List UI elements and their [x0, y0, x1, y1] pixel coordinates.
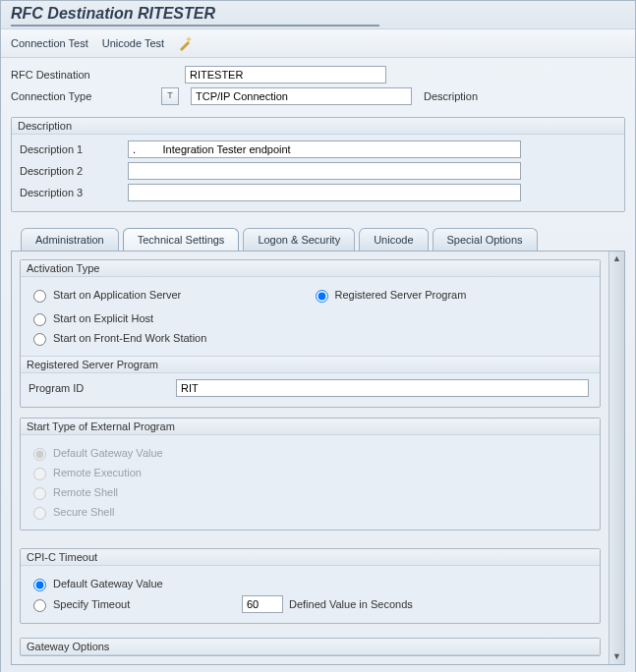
activation-type-group: Activation Type Start on Application Ser… — [20, 259, 601, 408]
radio-st-remote-exec — [33, 468, 46, 480]
title-block: RFC Destination RITESTER — [1, 1, 635, 29]
tab-logon-security[interactable]: Logon & Security — [243, 228, 355, 251]
header-fields: RFC Destination Connection Type T Descri… — [1, 58, 635, 113]
description3-label: Description 3 — [20, 187, 128, 198]
radio-start-explicit-host[interactable] — [33, 313, 46, 326]
description2-field[interactable] — [128, 162, 521, 180]
rfc-destination-field[interactable] — [185, 66, 386, 84]
timeout-value-field[interactable] — [242, 595, 283, 613]
connection-type-field[interactable] — [191, 87, 412, 105]
radio-start-frontend[interactable] — [33, 333, 46, 346]
radio-ct-default-gateway[interactable] — [33, 579, 46, 591]
wizard-icon[interactable] — [178, 35, 194, 51]
page-title: RFC Destination RITESTER — [11, 5, 625, 23]
radio-start-app-server[interactable] — [33, 290, 46, 303]
radio-start-frontend-label: Start on Front-End Work Station — [53, 332, 206, 344]
scroll-down-icon[interactable]: ▼ — [611, 651, 622, 662]
connection-type-f4-button[interactable]: T — [161, 87, 179, 105]
radio-st-remote-shell-label: Remote Shell — [53, 486, 118, 498]
description2-label: Description 2 — [20, 165, 128, 177]
start-type-group: Start Type of External Program Default G… — [20, 418, 601, 531]
description1-label: Description 1 — [20, 143, 128, 155]
radio-ct-specify-label: Specify Timeout — [53, 598, 240, 610]
tab-special-options[interactable]: Special Options — [433, 228, 538, 251]
description1-field[interactable] — [128, 140, 521, 158]
tab-technical-settings[interactable]: Technical Settings — [123, 228, 240, 251]
technical-settings-panel: Activation Type Start on Application Ser… — [12, 252, 608, 664]
tab-unicode[interactable]: Unicode — [359, 228, 428, 251]
cpic-timeout-group: CPI-C Timeout Default Gateway Value Spec… — [20, 548, 601, 624]
scroll-up-icon[interactable]: ▲ — [611, 253, 622, 264]
radio-registered-server-label: Registered Server Program — [335, 289, 467, 301]
rfc-destination-label: RFC Destination — [11, 69, 144, 81]
description-side-label: Description — [424, 90, 478, 102]
vertical-scrollbar[interactable]: ▲ ▼ — [608, 252, 624, 664]
radio-st-default-gateway-label: Default Gateway Value — [53, 447, 163, 459]
radio-registered-server[interactable] — [316, 290, 328, 303]
activation-type-legend: Activation Type — [21, 260, 600, 277]
radio-st-remote-shell — [33, 487, 46, 500]
toolbar: Connection Test Unicode Test — [1, 29, 635, 58]
title-underline — [11, 25, 379, 27]
radio-st-secure-shell — [33, 507, 46, 520]
cpic-timeout-legend: CPI-C Timeout — [21, 549, 600, 566]
radio-st-secure-shell-label: Secure Shell — [53, 506, 114, 518]
program-id-field[interactable] — [176, 379, 589, 397]
gateway-options-group: Gateway Options — [20, 638, 601, 656]
program-id-label: Program ID — [29, 382, 176, 394]
defined-value-label: Defined Value in Seconds — [289, 598, 413, 610]
radio-start-app-server-label: Start on Application Server — [53, 289, 181, 301]
connection-type-label: Connection Type — [11, 90, 144, 102]
gateway-options-legend: Gateway Options — [21, 639, 600, 655]
radio-st-remote-exec-label: Remote Execution — [53, 467, 142, 478]
description-legend: Description — [12, 118, 624, 135]
radio-st-default-gateway — [33, 448, 46, 461]
registered-server-legend: Registered Server Program — [21, 356, 600, 373]
connection-test-button[interactable]: Connection Test — [11, 37, 88, 49]
start-type-legend: Start Type of External Program — [21, 419, 600, 435]
radio-ct-specify[interactable] — [33, 599, 46, 612]
description3-field[interactable] — [128, 184, 521, 201]
radio-start-explicit-host-label: Start on Explicit Host — [53, 312, 153, 324]
rfc-destination-window: RFC Destination RITESTER Connection Test… — [0, 0, 636, 672]
radio-ct-default-gateway-label: Default Gateway Value — [53, 578, 163, 589]
unicode-test-button[interactable]: Unicode Test — [102, 37, 164, 49]
tabstrip: Administration Technical Settings Logon … — [1, 220, 635, 251]
description-group: Description Description 1 Description 2 … — [11, 117, 625, 212]
tab-content-wrap: Activation Type Start on Application Ser… — [11, 251, 625, 665]
tab-administration[interactable]: Administration — [21, 228, 119, 251]
